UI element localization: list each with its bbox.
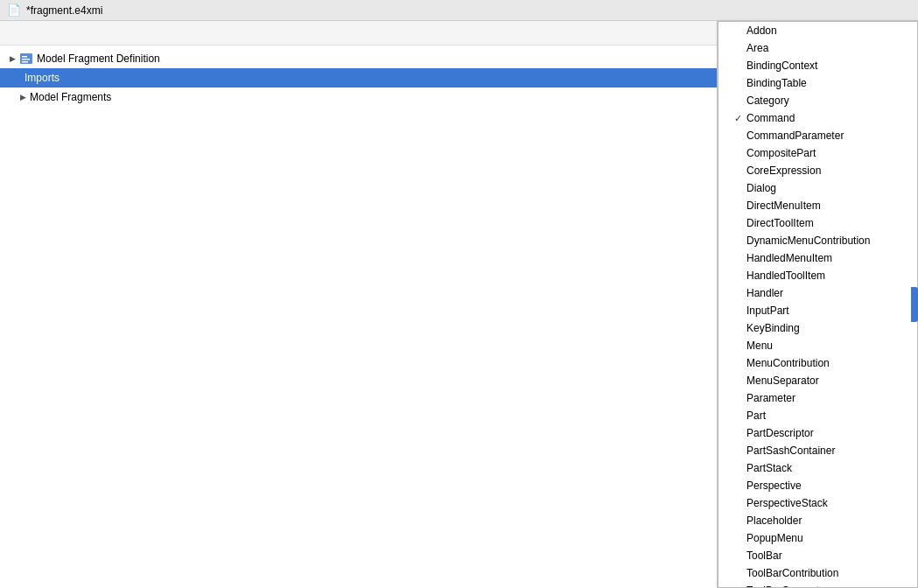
dropdown-item-label: Area — [746, 42, 768, 54]
dropdown-item-label: PartStack — [746, 462, 792, 474]
dropdown-item-label: Part — [746, 410, 766, 422]
dropdown-item-label: InputPart — [746, 304, 789, 317]
dropdown-item[interactable]: PartSashContainer — [718, 442, 917, 459]
tree-content: ▶ Model Fragment Definition Imports ▶ — [0, 46, 717, 110]
dropdown-item[interactable]: ✓Command — [718, 109, 917, 127]
dropdown-item-label: Command — [746, 112, 795, 124]
dropdown-item[interactable]: Addon — [718, 22, 917, 39]
svg-rect-1 — [22, 56, 27, 58]
dropdown-item-label: Menu — [746, 340, 773, 352]
dropdown-item-label: PartSashContainer — [746, 444, 835, 457]
tree-item-imports-label: Imports — [25, 72, 60, 84]
dropdown-item-label: KeyBinding — [746, 322, 800, 334]
dropdown-item[interactable]: MenuContribution — [718, 354, 917, 372]
dropdown-item[interactable]: DynamicMenuContribution — [718, 232, 917, 249]
dropdown-item-label: CompositePart — [746, 147, 816, 159]
dropdown-item-label: PopupMenu — [746, 532, 803, 544]
dropdown-item[interactable]: ToolBarSeparator — [718, 582, 917, 588]
dropdown-item[interactable]: CommandParameter — [718, 127, 917, 144]
dropdown-item-label: ToolBar — [746, 550, 782, 562]
dropdown-item-label: PartDescriptor — [746, 427, 814, 439]
dropdown-items-container: AddonAreaBindingContextBindingTableCateg… — [718, 22, 917, 588]
dropdown-menu[interactable]: AddonAreaBindingContextBindingTableCateg… — [718, 21, 918, 588]
title-bar: 📄 *fragment.e4xmi — [0, 0, 918, 21]
dropdown-item[interactable]: DirectMenuItem — [718, 197, 917, 214]
svg-rect-2 — [22, 59, 30, 60]
dropdown-item[interactable]: DirectToolItem — [718, 214, 917, 232]
dropdown-item-label: Parameter — [746, 392, 795, 404]
dropdown-item[interactable]: PerspectiveStack — [718, 494, 917, 512]
dropdown-item-label: BindingTable — [746, 77, 807, 89]
right-panel: AddonAreaBindingContextBindingTableCateg… — [718, 21, 918, 588]
dropdown-item-label: Handler — [746, 287, 783, 299]
tree-item-imports[interactable]: Imports — [0, 68, 717, 88]
dropdown-item-label: MenuContribution — [746, 357, 830, 369]
tree-toolbar — [0, 21, 717, 46]
dropdown-item-label: DirectToolItem — [746, 217, 814, 229]
dropdown-item[interactable]: Menu — [718, 337, 917, 354]
dropdown-item-label: PerspectiveStack — [746, 497, 828, 509]
dropdown-item[interactable]: BindingTable — [718, 74, 917, 92]
dropdown-item[interactable]: Parameter — [718, 389, 917, 407]
blue-handle — [911, 287, 918, 322]
svg-rect-3 — [22, 61, 28, 63]
dropdown-item[interactable]: Category — [718, 92, 917, 109]
dropdown-item[interactable]: HandledToolItem — [718, 267, 917, 284]
dropdown-item[interactable]: MenuSeparator — [718, 372, 917, 389]
dropdown-item-label: MenuSeparator — [746, 374, 819, 387]
tree-item-model-fragments-label: Model Fragments — [30, 91, 111, 103]
tree-panel: ▶ Model Fragment Definition Imports ▶ — [0, 21, 718, 588]
dropdown-item[interactable]: ToolBar — [718, 547, 917, 564]
dropdown-item[interactable]: Area — [718, 39, 917, 57]
dropdown-item[interactable]: Handler — [718, 284, 917, 302]
dropdown-item[interactable]: PartStack — [718, 459, 917, 477]
dropdown-item-label: Category — [746, 94, 789, 107]
dropdown-item[interactable]: HandledMenuItem — [718, 249, 917, 267]
dropdown-item[interactable]: Dialog — [718, 179, 917, 197]
dropdown-item-label: Dialog — [746, 182, 776, 194]
dropdown-item-label: Placeholder — [746, 514, 802, 527]
dropdown-item-label: ToolBarSeparator — [746, 584, 828, 588]
tree-expand-arrow: ▶ — [7, 53, 18, 64]
dropdown-item-label: CommandParameter — [746, 130, 844, 142]
dropdown-item[interactable]: KeyBinding — [718, 319, 917, 337]
tree-item-model-fragments[interactable]: ▶ Model Fragments — [0, 88, 717, 107]
dropdown-item[interactable]: Placeholder — [718, 512, 917, 529]
dropdown-item[interactable]: ToolBarContribution — [718, 564, 917, 582]
check-mark-icon: ✓ — [734, 113, 746, 124]
dropdown-item-label: ToolBarContribution — [746, 567, 838, 579]
fragment-icon — [19, 52, 33, 66]
dropdown-item-label: Perspective — [746, 480, 802, 492]
dropdown-item[interactable]: InputPart — [718, 302, 917, 319]
dropdown-item-label: Addon — [746, 24, 777, 37]
dropdown-item-label: HandledToolItem — [746, 270, 825, 282]
title-bar-text: *fragment.e4xmi — [26, 4, 102, 17]
dropdown-item-label: DirectMenuItem — [746, 200, 821, 212]
dropdown-item-label: HandledMenuItem — [746, 252, 832, 264]
tree-root-label: Model Fragment Definition — [37, 52, 160, 65]
dropdown-item[interactable]: CoreExpression — [718, 162, 917, 179]
dropdown-item[interactable]: Perspective — [718, 477, 917, 494]
tree-root-item[interactable]: ▶ Model Fragment Definition — [0, 49, 717, 68]
dropdown-item-label: DynamicMenuContribution — [746, 234, 870, 247]
dropdown-item-label: BindingContext — [746, 60, 817, 72]
file-icon: 📄 — [7, 4, 21, 17]
dropdown-item[interactable]: BindingContext — [718, 57, 917, 74]
dropdown-item[interactable]: PopupMenu — [718, 529, 917, 547]
dropdown-item[interactable]: PartDescriptor — [718, 424, 917, 442]
dropdown-item[interactable]: CompositePart — [718, 144, 917, 162]
dropdown-item-label: CoreExpression — [746, 164, 821, 177]
main-area: ▶ Model Fragment Definition Imports ▶ — [0, 21, 918, 588]
tree-expand-arrow-2: ▶ — [18, 92, 28, 102]
dropdown-item[interactable]: Part — [718, 407, 917, 424]
